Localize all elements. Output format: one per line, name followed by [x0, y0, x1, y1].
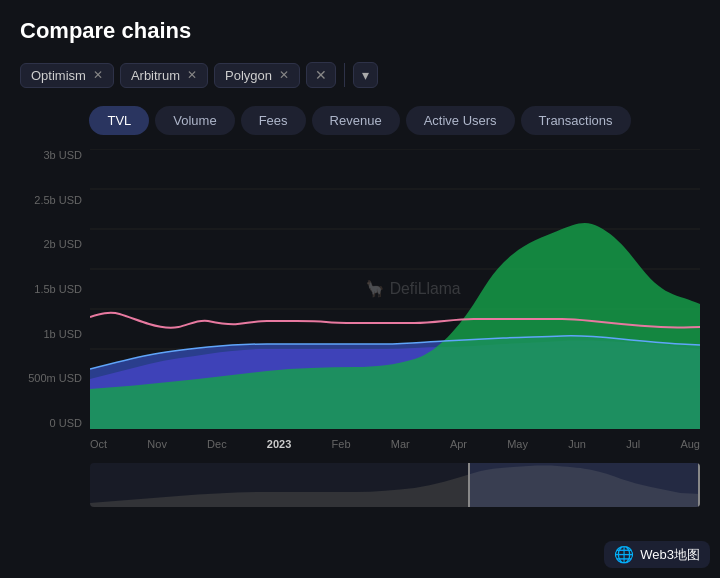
x-axis-label: Feb: [332, 438, 351, 450]
x-axis-label: Jun: [568, 438, 586, 450]
y-axis-label: 2b USD: [20, 238, 90, 250]
chain-tag-optimism[interactable]: Optimism✕: [20, 63, 114, 88]
chain-tag-polygon[interactable]: Polygon✕: [214, 63, 300, 88]
web3-text: Web3地图: [640, 546, 700, 564]
tab-revenue[interactable]: Revenue: [312, 106, 400, 135]
x-axis-label: Aug: [680, 438, 700, 450]
separator: [344, 63, 345, 87]
x-axis-label: Mar: [391, 438, 410, 450]
y-axis-label: 1b USD: [20, 328, 90, 340]
remove-chain-icon[interactable]: ✕: [187, 68, 197, 82]
x-axis-label: Dec: [207, 438, 227, 450]
y-axis-label: 1.5b USD: [20, 283, 90, 295]
x-axis-label: Apr: [450, 438, 467, 450]
chain-label: Optimism: [31, 68, 86, 83]
chart-area: 3b USD2.5b USD2b USD1.5b USD1b USD500m U…: [20, 149, 700, 459]
minimap-range[interactable]: [468, 463, 700, 507]
x-axis-label: May: [507, 438, 528, 450]
clear-button[interactable]: ✕: [306, 62, 336, 88]
x-axis-label: Oct: [90, 438, 107, 450]
y-axis-label: 500m USD: [20, 372, 90, 384]
chart-svg-container: 🦙 DefiLlama: [90, 149, 700, 429]
tab-tvl[interactable]: TVL: [89, 106, 149, 135]
tab-fees[interactable]: Fees: [241, 106, 306, 135]
x-axis: OctNovDec2023FebMarAprMayJunJulAug: [90, 429, 700, 459]
y-axis-label: 2.5b USD: [20, 194, 90, 206]
chart-svg: 🦙 DefiLlama: [90, 149, 700, 429]
tab-active-users[interactable]: Active Users: [406, 106, 515, 135]
x-axis-label: Nov: [147, 438, 167, 450]
minimap[interactable]: [90, 463, 700, 507]
page-container: Compare chains Optimism✕Arbitrum✕Polygon…: [0, 0, 720, 517]
web3-badge: 🌐 Web3地图: [604, 541, 710, 568]
globe-icon: 🌐: [614, 545, 634, 564]
watermark-text: 🦙 DefiLlama: [365, 279, 460, 298]
chain-label: Arbitrum: [131, 68, 180, 83]
y-axis-label: 0 USD: [20, 417, 90, 429]
tab-bar: TVLVolumeFeesRevenueActive UsersTransact…: [20, 106, 700, 135]
page-title: Compare chains: [20, 18, 700, 44]
x-axis-label: 2023: [267, 438, 291, 450]
remove-chain-icon[interactable]: ✕: [93, 68, 103, 82]
y-axis: 3b USD2.5b USD2b USD1.5b USD1b USD500m U…: [20, 149, 90, 429]
chain-label: Polygon: [225, 68, 272, 83]
dropdown-button[interactable]: ▾: [353, 62, 378, 88]
y-axis-label: 3b USD: [20, 149, 90, 161]
chain-selector: Optimism✕Arbitrum✕Polygon✕ ✕ ▾: [20, 62, 700, 88]
x-axis-label: Jul: [626, 438, 640, 450]
tab-volume[interactable]: Volume: [155, 106, 234, 135]
chain-tag-arbitrum[interactable]: Arbitrum✕: [120, 63, 208, 88]
tab-transactions[interactable]: Transactions: [521, 106, 631, 135]
remove-chain-icon[interactable]: ✕: [279, 68, 289, 82]
